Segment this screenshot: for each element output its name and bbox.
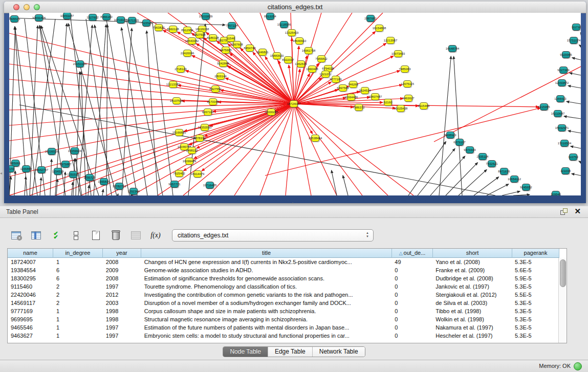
network-node[interactable]: 12942757 bbox=[37, 166, 46, 173]
network-node[interactable]: 10653287 bbox=[63, 13, 71, 19]
scrollbar-thumb[interactable] bbox=[560, 259, 566, 287]
network-node[interactable]: 2367608 bbox=[233, 41, 241, 48]
network-node[interactable]: 8938923 bbox=[446, 132, 454, 139]
tab-node-table[interactable]: Node Table bbox=[223, 347, 268, 357]
network-node[interactable]: 746266 bbox=[349, 81, 357, 88]
network-node[interactable]: 30691406 bbox=[35, 14, 43, 21]
table-row[interactable]: 911546021997Tourette syndrome. Phenomeno… bbox=[8, 282, 559, 291]
network-canvas[interactable]: 1872400794055713069140610653287152760284… bbox=[9, 13, 581, 195]
network-node[interactable]: 111710 bbox=[572, 24, 580, 31]
table-row[interactable]: 1938455462009Genome-wide association stu… bbox=[8, 266, 559, 274]
network-node[interactable]: 8912954 bbox=[183, 27, 191, 34]
network-node[interactable]: 20206526 bbox=[48, 148, 56, 155]
network-node[interactable]: 7625402 bbox=[175, 170, 183, 177]
network-node[interactable]: 10025438 bbox=[397, 105, 405, 112]
divider-grip-icon[interactable]: ⌃ bbox=[291, 203, 296, 206]
network-node[interactable]: 9115460 bbox=[420, 102, 428, 110]
network-node[interactable]: 18107534 bbox=[172, 97, 181, 104]
network-node[interactable]: 9657771 bbox=[170, 181, 179, 188]
network-node[interactable]: 2803144 bbox=[216, 73, 225, 80]
network-node[interactable]: 7515526 bbox=[142, 19, 150, 27]
network-node[interactable]: 1244413 bbox=[556, 95, 564, 102]
network-node[interactable]: 19166825 bbox=[175, 129, 183, 136]
table-row[interactable]: 977716911998Corpus callosum shape and si… bbox=[8, 307, 559, 315]
network-node[interactable]: 39159 bbox=[9, 165, 14, 172]
network-node[interactable]: 12093872 bbox=[558, 79, 566, 86]
network-node[interactable]: 12213383 bbox=[169, 81, 177, 88]
network-node[interactable]: 19218586 bbox=[280, 21, 288, 28]
network-node[interactable]: 9267110 bbox=[204, 108, 212, 116]
table-settings-button[interactable] bbox=[9, 228, 23, 243]
network-node[interactable]: 1995816 bbox=[100, 178, 108, 185]
network-node[interactable]: 17359924 bbox=[71, 147, 79, 155]
column-header-out_de[interactable]: △out_de... bbox=[392, 249, 433, 258]
network-node[interactable]: 12213967 bbox=[386, 37, 395, 44]
network-node[interactable]: 15883520 bbox=[273, 52, 281, 59]
network-node[interactable]: 16033809 bbox=[202, 13, 210, 20]
table-row[interactable]: 946362711997Embryonic stem cells: a mode… bbox=[8, 332, 559, 340]
network-node[interactable]: 21053346 bbox=[76, 60, 84, 68]
network-node[interactable]: 10973493 bbox=[394, 50, 402, 57]
network-node[interactable]: 16914479 bbox=[193, 170, 202, 178]
network-node[interactable]: 16543382 bbox=[188, 37, 196, 45]
network-node[interactable]: 6879197 bbox=[455, 139, 464, 146]
network-node[interactable]: 9227349 bbox=[559, 67, 568, 74]
tab-network-table[interactable]: Network Table bbox=[313, 347, 365, 357]
network-node[interactable]: 9245652 bbox=[522, 184, 530, 191]
vertical-scrollbar[interactable] bbox=[558, 258, 567, 343]
table-row[interactable]: 969969511998Structural magnetic resonanc… bbox=[8, 315, 559, 323]
network-node[interactable]: 9474444 bbox=[466, 146, 474, 154]
network-node[interactable]: 109546 bbox=[552, 191, 560, 195]
network-node[interactable]: 8813054 bbox=[266, 13, 274, 20]
network-node[interactable]: 6497568 bbox=[339, 84, 347, 92]
network-node[interactable]: 16961758 bbox=[304, 47, 313, 54]
network-node[interactable]: 13325419 bbox=[288, 29, 296, 36]
network-node[interactable]: 9329966 bbox=[562, 51, 570, 58]
network-window-titlebar[interactable]: citations_edges.txt bbox=[4, 2, 586, 13]
column-header-pagerank[interactable]: pagerank bbox=[512, 249, 559, 258]
network-node[interactable]: 12353593 bbox=[201, 124, 209, 131]
network-node[interactable]: 2887682 bbox=[366, 15, 375, 22]
network-node[interactable]: 116753 bbox=[569, 154, 577, 161]
network-node[interactable]: 16782753 bbox=[115, 183, 123, 190]
network-node[interactable]: 16671355 bbox=[128, 17, 136, 24]
network-node[interactable]: 9405571 bbox=[10, 15, 18, 23]
function-builder-button[interactable]: f(x) bbox=[149, 228, 162, 243]
network-node[interactable]: 7857224 bbox=[228, 22, 236, 29]
network-node[interactable]: 1156869 bbox=[22, 165, 30, 172]
network-node[interactable]: 3624514 bbox=[361, 87, 369, 94]
network-node[interactable]: 62160 bbox=[384, 99, 392, 106]
network-node[interactable]: 1527602 bbox=[89, 14, 97, 21]
network-node[interactable]: 1250515 bbox=[69, 171, 77, 178]
network-node[interactable]: 7986372 bbox=[355, 104, 363, 111]
network-node[interactable]: 16210647 bbox=[554, 110, 562, 117]
network-node[interactable]: 1621072 bbox=[321, 71, 330, 78]
network-node[interactable]: 1498222 bbox=[188, 147, 196, 154]
column-header-title[interactable]: title bbox=[141, 249, 392, 258]
table-row[interactable]: 1872400712008Changes of HCN gene express… bbox=[8, 258, 559, 266]
network-node[interactable]: 7955812 bbox=[317, 55, 325, 62]
network-node[interactable]: 15692971 bbox=[558, 124, 566, 132]
network-node[interactable]: 9170043 bbox=[209, 98, 217, 105]
column-header-in_degree[interactable]: in_degree bbox=[53, 249, 103, 258]
table-row[interactable]: 2242004622012Investigating the contribut… bbox=[8, 291, 559, 299]
network-node[interactable]: 16154808 bbox=[375, 25, 383, 32]
network-node[interactable]: 8427552 bbox=[211, 85, 220, 93]
select-all-columns-button[interactable]: ✔✔ bbox=[49, 228, 62, 243]
network-node[interactable]: 9242848 bbox=[219, 60, 227, 67]
network-node[interactable]: 7485063 bbox=[401, 65, 409, 73]
show-columns-button[interactable] bbox=[29, 228, 42, 243]
network-node[interactable]: 1154519 bbox=[54, 168, 62, 175]
network-node[interactable]: 1292344 bbox=[129, 188, 138, 195]
network-node[interactable]: 10807487 bbox=[371, 93, 379, 100]
network-node[interactable]: 12975115 bbox=[403, 80, 411, 87]
network-node[interactable]: 16099489 bbox=[185, 158, 193, 165]
table-row[interactable]: 1456911722003Disruption of a novel membe… bbox=[8, 299, 559, 307]
column-header-year[interactable]: year bbox=[103, 249, 141, 258]
network-node[interactable]: 19538454 bbox=[311, 135, 319, 142]
network-node[interactable]: 8322037 bbox=[284, 56, 292, 63]
column-header-name[interactable]: name bbox=[8, 249, 53, 258]
network-node[interactable]: 1990448 bbox=[308, 65, 316, 73]
network-node[interactable]: 10654112 bbox=[510, 176, 518, 183]
network-node[interactable]: 8660128 bbox=[169, 26, 177, 33]
